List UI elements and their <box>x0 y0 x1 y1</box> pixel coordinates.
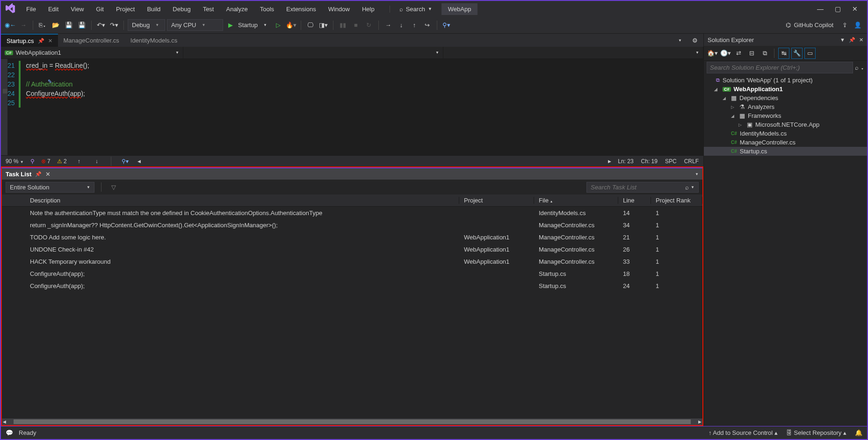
next-issue-button[interactable]: ↓ <box>91 156 102 167</box>
redo-button[interactable]: ↷▾ <box>108 20 120 31</box>
task-column-header[interactable]: File▴ <box>534 197 618 204</box>
select-repo-button[interactable]: 🗄 Select Repository ▴ <box>786 429 846 436</box>
collapse-all-button[interactable]: ⊟ <box>746 48 757 59</box>
file-tab[interactable]: ManageController.cs <box>58 34 125 47</box>
task-column-header[interactable]: Project Rank <box>651 197 702 204</box>
pin-icon[interactable]: 📌 <box>38 38 44 44</box>
indent-indicator[interactable]: SPC <box>665 158 677 165</box>
start-target-dropdown[interactable]: ▼ <box>260 20 271 31</box>
new-project-button[interactable]: ⎘▾ <box>37 20 48 31</box>
project-nav-combo[interactable]: C# WebApplication1 ▼ <box>1 47 183 58</box>
eol-indicator[interactable]: CRLF <box>684 158 699 165</box>
copilot-button[interactable]: ⌬ GitHub Copilot <box>782 20 837 30</box>
platform-combo[interactable]: Any CPU▼ <box>167 19 223 31</box>
filter-button[interactable]: ▽ <box>108 181 119 193</box>
task-column-header[interactable]: Project <box>459 197 534 204</box>
account-button[interactable]: 👤 <box>852 20 863 31</box>
live-preview-button[interactable]: ◨▾ <box>318 20 329 31</box>
menu-debug[interactable]: Debug <box>167 3 196 15</box>
close-panel-button[interactable]: ✕ <box>45 171 51 178</box>
scope-combo[interactable]: Entire Solution▼ <box>6 182 94 193</box>
task-row[interactable]: Note the authenticationType must match t… <box>2 207 702 219</box>
debug-stop-button[interactable]: ■ <box>350 20 362 31</box>
configuration-combo[interactable]: Debug▼ <box>128 19 165 31</box>
project-node[interactable]: ◢C# WebApplication1 <box>704 85 867 94</box>
task-row[interactable]: UNDONE Check-in #42WebApplication1Manage… <box>2 243 702 255</box>
preview-button[interactable]: ▭ <box>804 48 816 59</box>
close-explorer-button[interactable]: ✕ <box>859 37 863 43</box>
window-pos-dropdown[interactable]: ▼ <box>840 37 845 43</box>
type-nav-combo[interactable]: ▼ <box>183 47 443 58</box>
analyzers-node[interactable]: ▷⚗ Analyzers <box>704 102 867 111</box>
intellicode-button[interactable]: ⚲▾ <box>441 20 452 31</box>
task-search[interactable]: ⌕ ▼ <box>586 182 699 193</box>
debug-restart-button[interactable]: ↻ <box>363 20 375 31</box>
panel-options-dropdown[interactable]: ▼ <box>695 172 699 176</box>
solution-explorer-search[interactable]: ⌕ ▾ <box>704 61 867 74</box>
nav-fwd-button[interactable]: → <box>18 20 29 31</box>
solution-node[interactable]: ⧉ Solution 'WebApp' (1 of 1 project) <box>704 76 867 85</box>
quick-action-icon[interactable]: ✎ <box>48 79 52 85</box>
show-all-button[interactable]: ⧉ <box>759 48 770 59</box>
properties-button[interactable]: 🔧 <box>791 48 803 59</box>
pin-icon[interactable]: 📌 <box>849 37 855 43</box>
menu-build[interactable]: Build <box>141 3 166 15</box>
menu-analyze[interactable]: Analyze <box>220 3 253 15</box>
notifications-button[interactable]: 🔔 <box>855 429 862 436</box>
pin-icon[interactable]: 📌 <box>35 171 42 177</box>
task-row[interactable]: return _signInManager?? HttpContent.GetO… <box>2 219 702 231</box>
line-indicator[interactable]: Ln: 23 <box>618 158 633 165</box>
menu-edit[interactable]: Edit <box>43 3 64 15</box>
save-all-button[interactable]: 💾 <box>76 20 87 31</box>
intellicode-status-icon[interactable]: ⚲ <box>30 158 35 165</box>
warning-count[interactable]: ⚠ 2 <box>57 158 67 165</box>
menu-extensions[interactable]: Extensions <box>281 3 322 15</box>
start-nodbg-button[interactable]: ▷ <box>273 20 284 31</box>
menu-view[interactable]: View <box>65 3 89 15</box>
maximize-button[interactable]: ▢ <box>835 5 841 13</box>
step-out2-button[interactable]: ↪ <box>422 20 433 31</box>
file-tab[interactable]: IdentityModels.cs <box>125 34 183 47</box>
zoom-combo[interactable]: 90 % ▼ <box>6 158 24 165</box>
open-button[interactable]: 📂 <box>50 20 61 31</box>
menu-project[interactable]: Project <box>110 3 140 15</box>
explorer-search-input[interactable] <box>707 62 853 73</box>
task-row[interactable]: ConfigureAuth(app);Startup.cs181 <box>2 267 702 280</box>
step-out-button[interactable]: ↑ <box>409 20 420 31</box>
task-row[interactable]: ConfigureAuth(app);Startup.cs241 <box>2 280 702 292</box>
col-indicator[interactable]: Ch: 19 <box>641 158 658 165</box>
feedback-icon[interactable]: 💬 <box>6 429 13 436</box>
menu-test[interactable]: Test <box>197 3 220 15</box>
sync-button[interactable]: ↹ <box>778 48 789 59</box>
error-count[interactable]: ⊗ 7 <box>41 158 51 165</box>
task-search-input[interactable] <box>591 184 685 191</box>
close-button[interactable]: ✕ <box>852 5 858 13</box>
nav-back-button[interactable]: ◉← <box>5 20 16 31</box>
member-nav-combo[interactable]: ▼ <box>443 47 703 58</box>
menu-git[interactable]: Git <box>90 3 109 15</box>
save-button[interactable]: 💾 <box>63 20 74 31</box>
cleanup-button[interactable]: ⚲▾ <box>120 156 131 167</box>
start-debug-button[interactable]: ▶ <box>225 20 236 31</box>
undo-button[interactable]: ↶▾ <box>95 20 107 31</box>
debug-pause-button[interactable]: ▮▮ <box>337 20 348 31</box>
menu-tools[interactable]: Tools <box>254 3 280 15</box>
dependencies-node[interactable]: ◢▦ Dependencies <box>704 94 867 102</box>
framework-item[interactable]: ▷▣ Microsoft.NETCore.App <box>704 120 867 129</box>
frameworks-node[interactable]: ◢▦ Frameworks <box>704 111 867 120</box>
menu-file[interactable]: File <box>21 3 42 15</box>
minimize-button[interactable]: — <box>817 5 824 13</box>
add-source-control-button[interactable]: ↑ Add to Source Control ▴ <box>709 429 778 436</box>
hscroll-right-icon[interactable]: ▶ <box>608 159 611 164</box>
hot-reload-button[interactable]: 🔥▾ <box>286 20 297 31</box>
home-button[interactable]: 🏠▾ <box>707 48 718 59</box>
active-files-dropdown[interactable]: ▼ <box>674 35 686 46</box>
file-node[interactable]: C#ManageController.cs <box>704 138 867 147</box>
menu-window[interactable]: Window <box>323 3 355 15</box>
share-button[interactable]: ⇪ <box>839 20 850 31</box>
history-button[interactable]: 🕒▾ <box>720 48 731 59</box>
file-node[interactable]: C#IdentityModels.cs <box>704 129 867 138</box>
file-tab[interactable]: Startup.cs📌✕ <box>1 34 58 47</box>
horizontal-scrollbar[interactable]: ◀ ▶ <box>2 418 702 425</box>
hscroll-left-icon[interactable]: ◀ <box>137 159 141 164</box>
